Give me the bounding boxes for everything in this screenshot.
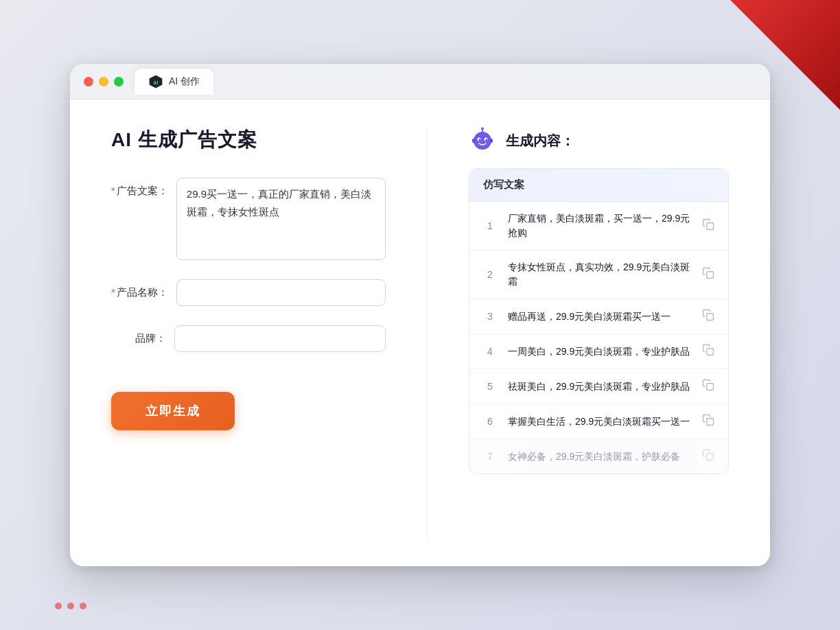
result-row: 1厂家直销，美白淡斑霜，买一送一，29.9元抢购 [469, 202, 728, 250]
results-list: 1厂家直销，美白淡斑霜，买一送一，29.9元抢购2专抹女性斑点，真实功效，29.… [469, 202, 728, 474]
result-number: 3 [483, 311, 497, 322]
result-number: 4 [483, 346, 497, 357]
generate-button[interactable]: 立即生成 [111, 392, 235, 430]
copy-icon[interactable] [702, 414, 714, 429]
product-name-label: *产品名称： [111, 279, 168, 299]
result-text: 一周美白，29.9元美白淡斑霜，专业护肤品 [508, 345, 691, 359]
copy-icon[interactable] [702, 344, 714, 359]
right-header: 生成内容： [469, 127, 729, 154]
copy-icon[interactable] [702, 309, 714, 324]
ad-copy-input[interactable]: 29.9买一送一，真正的厂家直销，美白淡斑霜，专抹女性斑点 [176, 178, 386, 260]
result-row: 6掌握美白生活，29.9元美白淡斑霜买一送一 [469, 404, 728, 439]
svg-point-6 [486, 139, 487, 141]
required-star-ad: * [111, 185, 115, 196]
result-number: 7 [483, 451, 497, 462]
svg-rect-17 [707, 454, 714, 460]
left-panel: AI 生成广告文案 *广告文案： 29.9买一送一，真正的厂家直销，美白淡斑霜，… [111, 127, 386, 539]
content-area: AI 生成广告文案 *广告文案： 29.9买一送一，真正的厂家直销，美白淡斑霜，… [70, 100, 770, 566]
product-name-input[interactable]: 美白淡斑霜 [176, 279, 386, 306]
svg-rect-16 [707, 419, 714, 425]
results-header: 仿写文案 [469, 169, 728, 202]
maximize-button[interactable] [114, 77, 124, 86]
ad-copy-label: *广告文案： [111, 178, 168, 198]
results-container: 仿写文案 1厂家直销，美白淡斑霜，买一送一，29.9元抢购2专抹女性斑点，真实功… [469, 168, 729, 474]
ai-tab[interactable]: AI AI 创作 [135, 69, 213, 95]
result-number: 5 [483, 381, 497, 392]
result-number: 1 [483, 220, 497, 231]
bot-icon [469, 127, 496, 154]
brand-label: 品牌： [111, 325, 166, 345]
result-row: 4一周美白，29.9元美白淡斑霜，专业护肤品 [469, 334, 728, 369]
result-row: 7女神必备，29.9元美白淡斑霜，护肤必备 [469, 439, 728, 474]
result-text: 祛斑美白，29.9元美白淡斑霜，专业护肤品 [508, 380, 691, 394]
result-text: 女神必备，29.9元美白淡斑霜，护肤必备 [508, 450, 691, 464]
svg-point-5 [479, 139, 480, 141]
ai-tab-icon: AI [148, 74, 163, 89]
panel-divider [427, 127, 428, 539]
svg-rect-11 [707, 223, 714, 230]
svg-rect-9 [472, 139, 475, 143]
right-title: 生成内容： [506, 132, 574, 150]
copy-icon[interactable] [702, 379, 714, 394]
decorative-dots [55, 603, 86, 609]
required-star-product: * [111, 286, 115, 298]
traffic-lights [84, 77, 124, 86]
result-text: 掌握美白生活，29.9元美白淡斑霜买一送一 [508, 415, 691, 429]
ad-copy-group: *广告文案： 29.9买一送一，真正的厂家直销，美白淡斑霜，专抹女性斑点 [111, 178, 386, 260]
tab-label: AI 创作 [169, 75, 200, 88]
svg-rect-12 [707, 272, 714, 279]
minimize-button[interactable] [99, 77, 108, 86]
result-number: 2 [483, 269, 497, 280]
result-text: 厂家直销，美白淡斑霜，买一送一，29.9元抢购 [508, 211, 691, 240]
browser-window: AI AI 创作 AI 生成广告文案 *广告文案： 29.9买一送一，真正的厂家… [70, 64, 770, 566]
close-button[interactable] [84, 77, 93, 86]
brand-input[interactable]: 好白 [174, 325, 386, 352]
svg-point-8 [481, 128, 484, 130]
brand-group: 品牌： 好白 [111, 325, 386, 352]
result-row: 5祛斑美白，29.9元美白淡斑霜，专业护肤品 [469, 369, 728, 404]
svg-text:AI: AI [153, 79, 158, 85]
copy-icon[interactable] [702, 218, 714, 233]
svg-rect-13 [707, 314, 714, 320]
copy-icon[interactable] [702, 449, 714, 464]
result-row: 2专抹女性斑点，真实功效，29.9元美白淡斑霜 [469, 250, 728, 299]
right-panel: 生成内容： 仿写文案 1厂家直销，美白淡斑霜，买一送一，29.9元抢购2专抹女性… [469, 127, 729, 539]
result-number: 6 [483, 416, 497, 427]
result-row: 3赠品再送，29.9元美白淡斑霜买一送一 [469, 299, 728, 334]
svg-point-2 [474, 132, 491, 150]
svg-rect-15 [707, 384, 714, 390]
result-text: 赠品再送，29.9元美白淡斑霜买一送一 [508, 310, 691, 324]
title-bar: AI AI 创作 [70, 64, 770, 100]
result-text: 专抹女性斑点，真实功效，29.9元美白淡斑霜 [508, 260, 691, 289]
svg-rect-10 [490, 139, 493, 143]
page-title: AI 生成广告文案 [111, 127, 386, 153]
svg-rect-14 [707, 349, 714, 355]
copy-icon[interactable] [702, 267, 714, 282]
product-name-group: *产品名称： 美白淡斑霜 [111, 279, 386, 306]
